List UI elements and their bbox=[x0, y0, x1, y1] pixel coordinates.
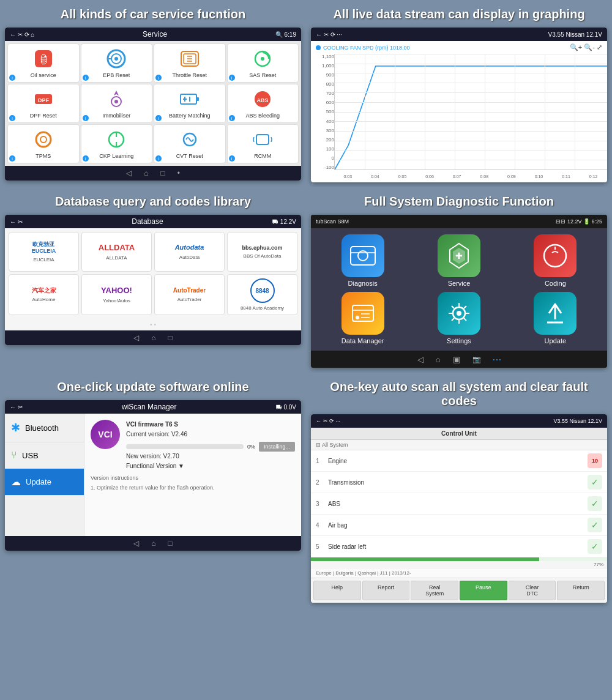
nav-home[interactable]: ⌂ bbox=[144, 169, 148, 177]
svg-point-16 bbox=[114, 100, 118, 103]
service-item-throttle[interactable]: Throttle Reset i bbox=[154, 43, 226, 83]
database-screen: ← ✂ Database ⛟ 12.2V 欧克勃亚EUCLEIA EUCLEIA… bbox=[5, 215, 301, 345]
section-graph-title: All live data stream can display in grap… bbox=[333, 5, 584, 24]
ctrl-badge-transmission: ✓ bbox=[588, 475, 602, 490]
db-item-yahoo[interactable]: YAHOO! Yahoo!Autos bbox=[81, 274, 152, 315]
db-nav-back[interactable]: ◁ bbox=[133, 333, 139, 342]
grid-line-6 bbox=[335, 102, 607, 103]
update-bar-right: ⛟ 0.0V bbox=[276, 404, 296, 411]
diag-app-settings[interactable]: Settings bbox=[413, 292, 504, 344]
alldata-label: ALLDATA bbox=[106, 255, 127, 261]
service-bar-left: ← ✂ ⟳ ⌂ bbox=[10, 31, 34, 38]
service-nav: ◁ ⌂ □ • bbox=[5, 166, 301, 181]
svg-point-25 bbox=[40, 136, 47, 143]
section-fulldiag: Full System Diagnostic Function tubScan … bbox=[306, 187, 612, 373]
sidebar-usb[interactable]: ⑂ USB bbox=[5, 442, 84, 469]
svg-point-12 bbox=[261, 57, 264, 61]
diag-nav-sq[interactable]: ▣ bbox=[453, 355, 460, 364]
service-item-ckp[interactable]: CKP Learning i bbox=[81, 124, 153, 163]
progress-bg bbox=[126, 444, 244, 449]
ctrl-btn-help[interactable]: Help bbox=[313, 581, 361, 600]
eucleia-logo: 欧克勃亚EUCLEIA bbox=[32, 241, 56, 255]
update-nav-back[interactable]: ◁ bbox=[133, 539, 139, 548]
ctrl-btn-cleardtc[interactable]: ClearDTC bbox=[509, 581, 556, 600]
ctrl-name-transmission: Transmission bbox=[328, 479, 588, 486]
ctrl-num-1: 1 bbox=[316, 458, 328, 464]
db-item-autohome[interactable]: 汽车之家 AutoHome bbox=[9, 274, 79, 315]
graph-screen: ← ✂ ⟳ ··· V3.55 Nissan 12.1V COOLING FAN… bbox=[311, 28, 607, 182]
rcmm-label: RCMM bbox=[254, 153, 271, 159]
db-nav-home[interactable]: ⌂ bbox=[151, 333, 155, 342]
ctrl-btn-realsystem[interactable]: RealSystem bbox=[411, 581, 458, 600]
ctrl-row-sideradar[interactable]: 5 Side radar left ✓ bbox=[311, 536, 607, 557]
update-cloud-icon: ☁ bbox=[11, 476, 21, 488]
diag-app-service[interactable]: ✚ Service bbox=[413, 234, 504, 287]
graph-zoom-controls[interactable]: 🔍+ 🔍- ⤢ bbox=[570, 43, 602, 51]
update-topbar: ← ✂ wiScan Manager ⛟ 0.0V bbox=[5, 400, 301, 414]
ctrl-btn-report[interactable]: Report bbox=[362, 581, 410, 600]
graph-y-axis: 1,1001,0009008007006005004003002001000-1… bbox=[316, 54, 334, 170]
service-icon: ✚ bbox=[438, 234, 480, 277]
db-item-alldata[interactable]: ALLDATA ALLDATA bbox=[81, 232, 152, 272]
db-nav-recent[interactable]: □ bbox=[168, 333, 173, 342]
service-item-abs[interactable]: ABS ABS Bleeding i bbox=[227, 84, 299, 123]
battery-icon bbox=[179, 88, 201, 110]
update-nav-home[interactable]: ⌂ bbox=[151, 539, 155, 548]
install-button[interactable]: Installing... bbox=[259, 442, 295, 452]
ctrl-row-airbag[interactable]: 4 Air bag ✓ bbox=[311, 515, 607, 536]
grid-line-7 bbox=[335, 112, 607, 113]
ctrl-btn-return[interactable]: Return bbox=[557, 581, 605, 600]
service-item-dpf[interactable]: DPF DPF Reset i bbox=[7, 84, 80, 123]
autodata-logo: Autodata bbox=[175, 244, 204, 251]
service-item-epb[interactable]: EPB Reset i bbox=[81, 43, 153, 83]
vci-row: VCI VCI firmware T6 S Current version: V… bbox=[91, 420, 295, 471]
service-item-cvt[interactable]: CVT Reset i bbox=[154, 124, 226, 163]
diag-app-coding[interactable]: Coding bbox=[510, 234, 601, 287]
sidebar-bluetooth[interactable]: ✱ Bluetooth bbox=[5, 414, 84, 442]
ctrl-row-abs[interactable]: 3 ABS ✓ bbox=[311, 493, 607, 515]
diag-app-datamgr[interactable]: Data Manager bbox=[317, 292, 408, 344]
svg-rect-30 bbox=[256, 135, 269, 144]
bbs-logo: bbs.ephua.com bbox=[242, 245, 282, 251]
sidebar-update[interactable]: ☁ Update bbox=[5, 469, 84, 496]
coding-icon bbox=[534, 234, 577, 277]
service-item-tpms[interactable]: TPMS i bbox=[7, 124, 80, 163]
ctrl-name-sideradar: Side radar left bbox=[328, 543, 588, 550]
nav-back[interactable]: ◁ bbox=[126, 169, 132, 177]
diag-nav-home[interactable]: ⌂ bbox=[436, 355, 441, 364]
service-item-immo[interactable]: Immobiliser i bbox=[81, 84, 153, 123]
graph-topbar: ← ✂ ⟳ ··· V3.55 Nissan 12.1V bbox=[311, 28, 607, 41]
diag-app-diagnosis[interactable]: Diagnosis bbox=[317, 234, 408, 287]
ctrl-btn-pause[interactable]: Pause bbox=[460, 581, 507, 600]
graph-plot bbox=[334, 54, 607, 170]
ctrl-row-engine[interactable]: 1 Engine 10 bbox=[311, 450, 607, 472]
update-bar-title: wiScan Manager bbox=[23, 403, 276, 411]
ctrl-badge-engine: 10 bbox=[588, 453, 602, 468]
db-item-bbs[interactable]: bbs.ephua.com BBS Of AutoData bbox=[227, 232, 297, 272]
diag-app-update[interactable]: Update bbox=[510, 292, 601, 344]
abs-label: ABS Bleeding bbox=[245, 113, 280, 119]
nav-recent[interactable]: □ bbox=[160, 169, 165, 177]
sas-icon bbox=[252, 48, 274, 70]
db-item-eucleia[interactable]: 欧克勃亚EUCLEIA EUCLEIA bbox=[9, 232, 79, 272]
db-item-autotrader[interactable]: AutoTrader AutoTrader bbox=[154, 274, 225, 315]
svg-text:🛢: 🛢 bbox=[38, 54, 49, 66]
service-item-sas[interactable]: SAS Reset i bbox=[227, 43, 299, 83]
oil-icon: 🛢 bbox=[32, 48, 54, 70]
vci-title: VCI firmware T6 S bbox=[126, 420, 295, 430]
db-item-8848[interactable]: 8848 8848 Auto Academy bbox=[227, 274, 297, 315]
ctrl-num-4: 4 bbox=[316, 522, 328, 529]
service-item-battery[interactable]: Battery Matching i bbox=[154, 84, 226, 123]
service-item-oil[interactable]: 🛢 Oil service i bbox=[7, 43, 80, 83]
ctrl-progress-pct: 77% bbox=[311, 561, 607, 568]
ctrl-row-transmission[interactable]: 2 Transmission ✓ bbox=[311, 472, 607, 493]
check-icon-2: ✓ bbox=[591, 477, 599, 487]
service-item-rcmm[interactable]: RCMM i bbox=[227, 124, 299, 163]
update-nav-recent[interactable]: □ bbox=[168, 539, 173, 548]
oil-info: i bbox=[9, 75, 15, 81]
diag-nav-cam[interactable]: 📷 bbox=[472, 356, 481, 363]
ckp-icon bbox=[105, 128, 127, 151]
section-service: All kinds of car service fucntion ← ✂ ⟳ … bbox=[0, 0, 306, 187]
diag-nav-back[interactable]: ◁ bbox=[417, 355, 424, 364]
db-item-autodata[interactable]: Autodata AutoData bbox=[154, 232, 225, 272]
